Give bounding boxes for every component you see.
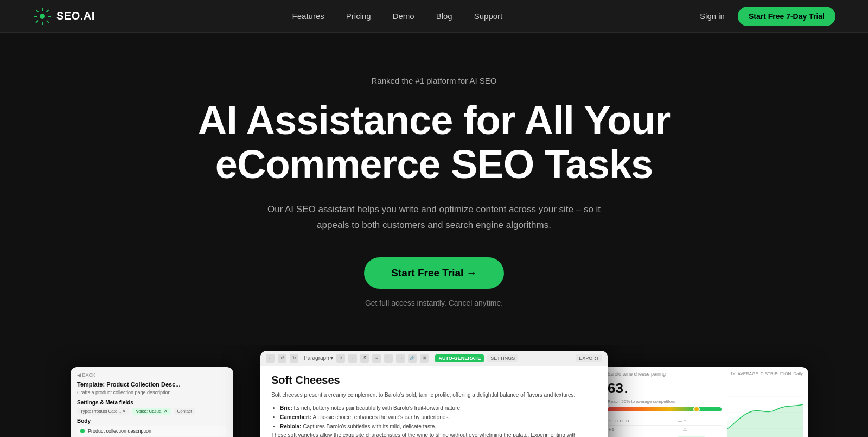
indent-icon: → — [396, 354, 405, 363]
nav-demo[interactable]: Demo — [393, 11, 414, 21]
settings-section-label: Settings & Meta fields — [77, 400, 227, 406]
svg-point-0 — [40, 14, 45, 19]
chart-tabs: 1Y AVERAGE DISTRIBUTION Daily — [730, 371, 803, 376]
preview-right-panel: barolo wine cheese pairing 1Y AVERAGE DI… — [602, 367, 808, 437]
trial-button[interactable]: Start Free 7-Day Trial — [738, 7, 835, 26]
nav-pricing[interactable]: Pricing — [346, 11, 371, 21]
preview-area: ◀ BACK Template: Product Collection Desc… — [0, 345, 868, 437]
list-icon: ≡ — [372, 354, 381, 363]
brand-name: SEO.AI — [56, 10, 95, 22]
svg-line-8 — [36, 20, 38, 22]
hero-section: Ranked the #1 platform for AI SEO AI Ass… — [0, 33, 868, 329]
italic-icon: I — [348, 354, 357, 363]
hero-subtitle: Our AI SEO assistant helps you write and… — [266, 202, 602, 233]
paragraph-selector: Paragraph ▾ — [304, 355, 333, 361]
svg-line-6 — [47, 20, 49, 22]
undo-icon: ↺ — [278, 354, 286, 363]
redo-icon: ↻ — [290, 354, 298, 363]
preview-center-panel: ← ↺ ↻ Paragraph ▾ B I S̶ ≡ 1. → 🔗 ⊞ AUTO… — [260, 351, 608, 437]
strike-icon: S̶ — [360, 354, 369, 363]
export-btn[interactable]: EXPORT — [576, 354, 602, 362]
chart-area: Oct 26, 2024 Nov 7 2024 Nov 8 2024 — [727, 380, 803, 437]
navbar: SEO.AI Features Pricing Demo Blog Suppor… — [0, 0, 868, 33]
hero-title: AI Assistance for All Your eCommerce SEO… — [198, 98, 670, 187]
navbar-actions: Sign in Start Free 7-Day Trial — [700, 7, 835, 26]
metric-row: SEO TITLE — ⚠ — [608, 417, 722, 426]
article-list: Brie: Its rich, buttery notes pair beaut… — [271, 403, 597, 431]
preview-left-panel: ◀ BACK Template: Product Collection Desc… — [71, 367, 233, 437]
progress-marker — [693, 406, 700, 413]
metric-label: SLUG/HEADINGS — [608, 434, 676, 437]
tab-daily: Daily — [793, 371, 803, 376]
hero-badge: Ranked the #1 platform for AI SEO — [372, 76, 497, 85]
editor-toolbar: ← ↺ ↻ Paragraph ▾ B I S̶ ≡ 1. → 🔗 ⊞ AUTO… — [260, 351, 608, 366]
ol-icon: 1. — [384, 354, 393, 363]
reach-text: Reach 56% to average competitors — [608, 399, 722, 404]
auto-generate-btn[interactable]: AUTO-GENERATE — [435, 354, 484, 362]
voice-tag: Voice: Casual ✕ — [132, 408, 170, 415]
metric-row: SLUG/HEADINGS Optimized ✓ — [608, 434, 722, 437]
bold-icon: B — [336, 354, 345, 363]
list-item-reblola: Reblola: Captures Barolo's subtleties wi… — [280, 422, 597, 431]
cta-button[interactable]: Start Free Trial → — [364, 257, 503, 289]
score-header: barolo wine cheese pairing 1Y AVERAGE DI… — [608, 371, 803, 377]
template-desc: Crafts a product collection page descrip… — [77, 390, 227, 395]
sign-in-link[interactable]: Sign in — [700, 11, 725, 21]
list-item-brie: Brie: Its rich, buttery notes pair beaut… — [280, 403, 597, 413]
nav-links: Features Pricing Demo Blog Support — [292, 11, 503, 21]
nav-blog[interactable]: Blog — [436, 11, 452, 21]
metric-label: SEO TITLE — [608, 417, 676, 426]
hero-title-line2: eCommerce SEO Tasks — [215, 142, 653, 187]
back-icon: ← — [266, 354, 275, 363]
list-item-camembert: Camembert: A classic choice, enhances th… — [280, 413, 597, 422]
metric-label: H1 — [608, 425, 676, 434]
page-title-label: barolo wine cheese pairing — [608, 371, 666, 377]
tab-1y: 1Y — [730, 371, 736, 376]
logo-area: SEO.AI — [33, 7, 95, 26]
body-label: Body — [77, 418, 227, 424]
progress-bar — [608, 407, 722, 411]
cta-subtext: Get full access instantly. Cancel anytim… — [365, 299, 503, 307]
settings-btn[interactable]: SETTINGS — [487, 354, 518, 362]
article-intro: Soft cheeses present a creamy complement… — [271, 391, 597, 399]
nav-support[interactable]: Support — [474, 11, 503, 21]
hero-title-line1: AI Assistance for All Your — [198, 98, 670, 143]
svg-line-7 — [47, 10, 49, 12]
article-title: Soft Cheeses — [271, 374, 597, 387]
metric-status: Optimized ✓ — [676, 434, 722, 437]
type-tag: Type: Product Cate... ✕ — [77, 408, 129, 415]
svg-line-5 — [36, 10, 38, 12]
tab-average: AVERAGE — [738, 371, 758, 376]
metric-status: — ⚠ — [676, 425, 722, 434]
item-dot — [80, 429, 85, 433]
contact-tag: Contact — [174, 408, 196, 415]
item-text: Product collection description — [88, 428, 151, 434]
metric-row: H1 — ⚠ — [608, 425, 722, 434]
table-icon: ⊞ — [420, 354, 429, 363]
trend-chart: Oct 26, 2024 Nov 7 2024 Nov 8 2024 — [727, 380, 803, 437]
seo-score-panel: barolo wine cheese pairing 1Y AVERAGE DI… — [602, 367, 808, 437]
body-item: Product collection description — [77, 426, 227, 436]
seo-metrics-table: SEO TITLE — ⚠ H1 — ⚠ SLUG/HE — [608, 417, 722, 437]
back-button: ◀ BACK — [77, 372, 227, 378]
tab-distribution: DISTRIBUTION — [761, 371, 791, 376]
article-body2: These soft varieties allow the exquisite… — [271, 431, 597, 437]
logo-icon — [33, 7, 52, 26]
nav-features[interactable]: Features — [292, 11, 324, 21]
link-icon: 🔗 — [408, 354, 417, 363]
seo-score: 63 — [608, 380, 623, 397]
metric-status: — ⚠ — [676, 417, 722, 426]
template-title: Template: Product Collection Desc... — [77, 381, 227, 388]
editor-content: Soft Cheeses Soft cheeses present a crea… — [260, 366, 608, 437]
